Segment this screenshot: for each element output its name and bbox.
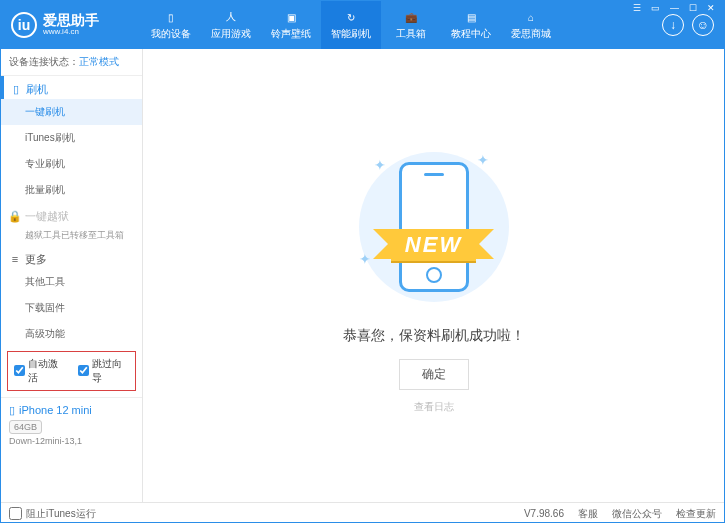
toolbox-icon: 💼 (403, 9, 419, 25)
window-controls: ☰ ▭ — ☐ ✕ (630, 3, 718, 13)
nav-toolbox[interactable]: 💼工具箱 (381, 1, 441, 49)
sidebar: 设备连接状态：正常模式 ▯ 刷机 一键刷机 iTunes刷机 专业刷机 批量刷机… (1, 49, 143, 502)
wechat-link[interactable]: 微信公众号 (612, 507, 662, 521)
device-storage: 64GB (9, 420, 42, 434)
success-illustration: ✦ ✦ ✦ NEW (354, 147, 514, 307)
sidebar-item-other-tools[interactable]: 其他工具 (1, 269, 142, 295)
app-subtitle: www.i4.cn (43, 28, 99, 37)
sidebar-item-advanced[interactable]: 高级功能 (1, 321, 142, 347)
store-icon: ⌂ (523, 9, 539, 25)
sidebar-item-pro-flash[interactable]: 专业刷机 (1, 151, 142, 177)
phone-small-icon: ▯ (10, 84, 22, 96)
nav-tutorials[interactable]: ▤教程中心 (441, 1, 501, 49)
more-icon: ≡ (9, 253, 21, 265)
device-status: 设备连接状态：正常模式 (1, 49, 142, 76)
book-icon: ▤ (463, 9, 479, 25)
device-model: Down-12mini-13,1 (9, 436, 134, 446)
lock-icon: 🔒 (9, 211, 21, 223)
phone-illustration-icon (399, 162, 469, 292)
view-log-link[interactable]: 查看日志 (414, 400, 454, 414)
nav-apps[interactable]: 人应用游戏 (201, 1, 261, 49)
user-button[interactable]: ☺ (692, 14, 714, 36)
header-bar: ☰ ▭ — ☐ ✕ iu 爱思助手 www.i4.cn ▯我的设备 人应用游戏 … (1, 1, 724, 49)
phone-icon: ▯ (163, 9, 179, 25)
success-message: 恭喜您，保资料刷机成功啦！ (343, 327, 525, 345)
sidebar-item-oneclick-flash[interactable]: 一键刷机 (1, 99, 142, 125)
nav-ringtones[interactable]: ▣铃声壁纸 (261, 1, 321, 49)
image-icon: ▣ (283, 9, 299, 25)
sidebar-item-batch-flash[interactable]: 批量刷机 (1, 177, 142, 203)
jailbreak-note: 越狱工具已转移至工具箱 (1, 226, 142, 246)
skip-wizard-checkbox[interactable]: 跳过向导 (78, 357, 130, 385)
options-box: 自动激活 跳过向导 (7, 351, 136, 391)
footer-bar: 阻止iTunes运行 V7.98.66 客服 微信公众号 检查更新 (1, 502, 724, 523)
auto-activate-checkbox[interactable]: 自动激活 (14, 357, 66, 385)
support-link[interactable]: 客服 (578, 507, 598, 521)
device-name: ▯ iPhone 12 mini (9, 404, 134, 417)
nav-flash[interactable]: ↻智能刷机 (321, 1, 381, 49)
new-ribbon: NEW (391, 229, 476, 261)
logo: iu 爱思助手 www.i4.cn (11, 12, 141, 38)
minimize-icon[interactable]: — (667, 3, 682, 13)
app-title: 爱思助手 (43, 13, 99, 28)
top-nav: ▯我的设备 人应用游戏 ▣铃声壁纸 ↻智能刷机 💼工具箱 ▤教程中心 ⌂爱思商城 (141, 1, 662, 49)
sidebar-item-download-firmware[interactable]: 下载固件 (1, 295, 142, 321)
close-icon[interactable]: ✕ (704, 3, 718, 13)
check-update-link[interactable]: 检查更新 (676, 507, 716, 521)
sidebar-item-itunes-flash[interactable]: iTunes刷机 (1, 125, 142, 151)
nav-my-device[interactable]: ▯我的设备 (141, 1, 201, 49)
apps-icon: 人 (223, 9, 239, 25)
status-value: 正常模式 (79, 56, 119, 67)
device-info[interactable]: ▯ iPhone 12 mini 64GB Down-12mini-13,1 (1, 397, 142, 452)
header-actions: ↓ ☺ (662, 14, 714, 36)
logo-icon: iu (11, 12, 37, 38)
nav-store[interactable]: ⌂爱思商城 (501, 1, 561, 49)
note-icon[interactable]: ▭ (648, 3, 663, 13)
ok-button[interactable]: 确定 (399, 359, 469, 390)
download-button[interactable]: ↓ (662, 14, 684, 36)
version-label: V7.98.66 (524, 508, 564, 519)
menu-icon[interactable]: ☰ (630, 3, 644, 13)
section-flash[interactable]: ▯ 刷机 (1, 76, 142, 99)
device-phone-icon: ▯ (9, 404, 15, 417)
main-content: ✦ ✦ ✦ NEW 恭喜您，保资料刷机成功啦！ 确定 查看日志 (143, 49, 724, 502)
refresh-icon: ↻ (343, 9, 359, 25)
block-itunes-checkbox[interactable]: 阻止iTunes运行 (9, 507, 96, 521)
section-more[interactable]: ≡ 更多 (1, 246, 142, 269)
section-jailbreak: 🔒 一键越狱 (1, 203, 142, 226)
maximize-icon[interactable]: ☐ (686, 3, 700, 13)
